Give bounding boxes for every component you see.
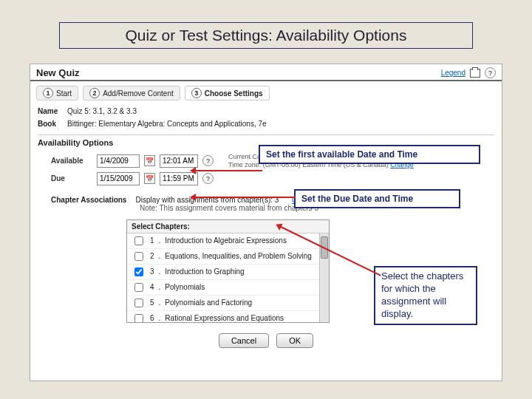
help-icon[interactable]: ? [202, 155, 214, 166]
app-frame: New Quiz Legend ? 1 Start 2 Add/Remove C… [30, 64, 502, 381]
list-item[interactable]: 5. Polynomials and Factoring [127, 296, 329, 311]
chapter-checkbox[interactable] [134, 267, 143, 276]
dialog-buttons: Cancel OK [30, 327, 502, 352]
chapter-picker-header: Select Chapters: [127, 220, 329, 233]
wizard-steps: 1 Start 2 Add/Remove Content 3 Choose Se… [30, 81, 502, 105]
chapter-checkbox[interactable] [134, 299, 143, 307]
chapter-label: Equations, Inequalities, and Problem Sol… [165, 252, 311, 260]
due-label: Due [51, 174, 92, 183]
help-icon[interactable]: ? [485, 67, 496, 78]
chapter-num: 5 [150, 299, 154, 307]
name-row: Name Quiz 5: 3.1, 3.2 & 3.3 [30, 105, 502, 117]
chapter-num: 2 [150, 252, 154, 260]
chapter-assoc-label: Chapter Associations [51, 196, 126, 204]
chapter-num: 4 [150, 283, 154, 291]
calendar-icon[interactable]: 📅 [144, 155, 155, 166]
header-right: Legend ? [441, 67, 496, 78]
arrow-icon [192, 170, 262, 171]
book-value: Bittinger: Elementary Algebra: Concepts … [67, 120, 267, 128]
step-label: Start [56, 89, 72, 98]
legend-link[interactable]: Legend [441, 69, 466, 77]
step-number: 1 [43, 88, 53, 98]
name-value: Quiz 5: 3.1, 3.2 & 3.3 [67, 107, 137, 115]
step-label: Add/Remove Content [103, 89, 174, 98]
list-item[interactable]: 6. Rational Expressions and Equations [127, 311, 329, 322]
chapter-num: 1 [150, 236, 154, 245]
callout-due: Set the Due Date and Time [294, 189, 460, 208]
help-icon[interactable]: ? [202, 173, 214, 184]
ok-button[interactable]: OK [276, 333, 313, 348]
window-title: New Quiz [36, 67, 80, 78]
chapter-label: Introduction to Graphing [165, 267, 244, 276]
calendar-icon[interactable]: 📅 [144, 173, 155, 184]
list-item[interactable]: 3. Introduction to Graphing [127, 265, 329, 280]
chapter-label: Polynomials [165, 283, 205, 291]
chapter-num: 3 [150, 267, 154, 276]
available-time-input[interactable] [160, 154, 198, 168]
step-add-remove[interactable]: 2 Add/Remove Content [83, 86, 180, 100]
list-item[interactable]: 4. Polynomials [127, 280, 329, 296]
step-number: 2 [89, 88, 100, 98]
arrow-icon [192, 197, 296, 198]
chapter-checkbox[interactable] [134, 283, 143, 292]
cancel-button[interactable]: Cancel [219, 333, 269, 348]
chapter-num: 6 [150, 314, 154, 322]
available-date-input[interactable] [97, 154, 140, 168]
chapter-label: Polynomials and Factoring [165, 299, 252, 307]
name-label: Name [38, 107, 63, 115]
chapter-label: Introduction to Algebraic Expressions [165, 236, 287, 245]
chapter-label: Rational Expressions and Equations [165, 314, 284, 322]
chapter-list: 1. Introduction to Algebraic Expressions… [127, 233, 329, 322]
page-title: Quiz or Test Settings: Availability Opti… [59, 22, 473, 49]
book-row: Book Bittinger: Elementary Algebra: Conc… [30, 117, 502, 130]
list-item[interactable]: 2. Equations, Inequalities, and Problem … [127, 249, 329, 265]
callout-available: Set the first available Date and Time [259, 145, 480, 164]
chapter-checkbox[interactable] [134, 314, 143, 322]
chapter-checkbox[interactable] [134, 236, 143, 245]
print-icon[interactable] [470, 69, 480, 78]
callout-chapters: Select the chapters for which the assign… [374, 266, 477, 325]
available-label: Available [51, 157, 92, 165]
due-row: Due 📅 ? [51, 172, 494, 185]
step-choose-settings[interactable]: 3 Choose Settings [185, 86, 270, 100]
step-label: Choose Settings [205, 89, 263, 98]
chapter-checkbox[interactable] [134, 252, 143, 261]
step-number: 3 [191, 88, 202, 98]
step-start[interactable]: 1 Start [36, 86, 78, 100]
app-header: New Quiz Legend ? [30, 64, 502, 81]
due-date-input[interactable] [97, 172, 140, 185]
book-label: Book [38, 120, 63, 128]
